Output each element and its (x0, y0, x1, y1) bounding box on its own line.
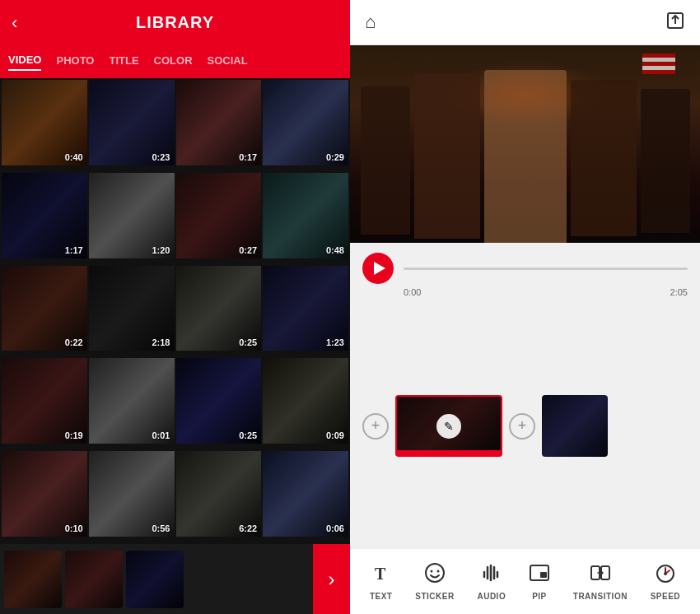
sticker-icon (424, 562, 446, 588)
video-duration-6: 1:20 (152, 245, 170, 255)
video-duration-20: 0:06 (326, 523, 344, 533)
pip-label: PIP (532, 592, 547, 601)
bottom-strip: › (0, 544, 350, 614)
video-thumb-9[interactable]: 0:22 (2, 266, 87, 351)
tool-speed[interactable]: SPEED (651, 562, 680, 601)
tool-audio[interactable]: AUDIO (477, 562, 506, 601)
time-end: 2:05 (670, 287, 688, 297)
tab-title[interactable]: TITLE (109, 54, 138, 70)
video-duration-4: 0:29 (326, 152, 344, 162)
edit-icon: ✎ (444, 420, 454, 433)
video-thumb-13[interactable]: 0:19 (2, 358, 87, 444)
library-title: LIBRARY (136, 13, 214, 32)
video-duration-1: 0:40 (65, 152, 83, 162)
video-duration-19: 6:22 (239, 523, 257, 533)
video-duration-8: 0:48 (326, 245, 344, 255)
video-thumb-6[interactable]: 1:20 (89, 173, 175, 258)
video-duration-17: 0:10 (65, 523, 83, 533)
audio-icon (481, 562, 502, 588)
library-header: ‹ LIBRARY (0, 0, 350, 45)
strip-thumb-3[interactable] (126, 551, 184, 608)
editor-header: ⌂ (350, 0, 700, 45)
progress-bar[interactable] (404, 267, 688, 270)
video-thumb-20[interactable]: 0:06 (263, 451, 348, 537)
video-duration-2: 0:23 (152, 152, 170, 162)
strip-thumb-2[interactable] (65, 551, 123, 608)
video-duration-11: 0:25 (239, 337, 257, 347)
sticker-label: STICKER (415, 592, 454, 601)
video-thumb-2[interactable]: 0:23 (89, 80, 175, 165)
speed-icon (655, 562, 676, 588)
video-thumb-19[interactable]: 6:22 (176, 451, 262, 537)
transition-label: TRANSITION (573, 592, 628, 601)
clip-2[interactable] (542, 395, 608, 457)
video-thumb-5[interactable]: 1:17 (2, 173, 87, 258)
video-thumb-11[interactable]: 0:25 (176, 266, 262, 351)
tab-video[interactable]: VIDEO (8, 53, 41, 71)
svg-rect-12 (540, 572, 547, 578)
video-duration-16: 0:09 (326, 430, 344, 440)
video-duration-5: 1:17 (65, 245, 83, 255)
video-thumb-15[interactable]: 0:25 (176, 358, 262, 444)
tab-social[interactable]: SOCIAL (208, 54, 248, 70)
time-start: 0:00 (404, 287, 421, 297)
tab-photo[interactable]: PHOTO (56, 54, 94, 70)
video-thumb-1[interactable]: 0:40 (2, 80, 87, 165)
strip-thumb-1[interactable] (4, 551, 62, 608)
tool-sticker[interactable]: STICKER (415, 562, 454, 601)
timeline-area: + ✎ + (350, 304, 700, 548)
transition-icon (590, 562, 611, 588)
video-thumb-17[interactable]: 0:10 (2, 451, 87, 537)
speed-label: SPEED (651, 592, 680, 601)
text-label: TEXT (370, 592, 393, 601)
export-icon[interactable] (665, 11, 685, 35)
video-duration-10: 2:18 (152, 337, 170, 347)
svg-point-4 (430, 570, 432, 573)
video-duration-18: 0:56 (152, 523, 170, 533)
video-thumb-7[interactable]: 0:27 (176, 173, 262, 258)
video-grid: 0:400:230:170:291:171:200:270:480:222:18… (0, 78, 350, 544)
video-thumb-3[interactable]: 0:17 (176, 80, 262, 165)
library-tabs: VIDEOPHOTOTITLECOLORSOCIAL (0, 45, 350, 78)
clip-selected-indicator (397, 450, 501, 455)
editor-panel: ⌂ (350, 0, 700, 614)
video-thumb-10[interactable]: 2:18 (89, 266, 175, 351)
add-clip-right[interactable]: + (509, 413, 535, 440)
tool-text[interactable]: TTEXT (370, 562, 393, 601)
video-duration-12: 1:23 (326, 337, 344, 347)
back-button[interactable]: ‹ (12, 12, 17, 34)
clip-1[interactable]: ✎ (395, 395, 502, 457)
svg-point-16 (664, 572, 667, 575)
add-clip-left[interactable]: + (362, 413, 389, 440)
svg-point-5 (436, 570, 439, 573)
home-icon[interactable]: ⌂ (365, 12, 376, 33)
video-thumb-14[interactable]: 0:01 (89, 358, 175, 444)
video-duration-3: 0:17 (239, 152, 257, 162)
tool-pip[interactable]: PIP (529, 562, 550, 601)
pip-icon (529, 562, 550, 588)
video-thumb-18[interactable]: 0:56 (89, 451, 175, 537)
text-icon: T (371, 562, 392, 588)
video-duration-13: 0:19 (65, 430, 83, 440)
video-duration-7: 0:27 (239, 245, 257, 255)
bottom-toolbar: TTEXTSTICKERAUDIOPIPTRANSITIONSPEED (350, 548, 700, 614)
video-duration-15: 0:25 (239, 430, 257, 440)
svg-point-3 (426, 564, 444, 582)
next-button[interactable]: › (313, 544, 350, 614)
tool-transition[interactable]: TRANSITION (573, 562, 628, 601)
library-panel: ‹ LIBRARY VIDEOPHOTOTITLECOLORSOCIAL 0:4… (0, 0, 350, 614)
play-button[interactable] (362, 253, 394, 284)
video-thumb-4[interactable]: 0:29 (263, 80, 348, 165)
video-thumb-16[interactable]: 0:09 (263, 358, 348, 444)
tab-color[interactable]: COLOR (154, 54, 193, 70)
playback-area: 0:00 2:05 (350, 243, 700, 304)
svg-text:T: T (375, 565, 386, 583)
video-thumb-12[interactable]: 1:23 (263, 266, 348, 351)
video-thumb-8[interactable]: 0:48 (263, 173, 348, 258)
video-preview (350, 45, 700, 243)
video-duration-14: 0:01 (152, 430, 170, 440)
audio-label: AUDIO (477, 592, 506, 601)
video-duration-9: 0:22 (65, 337, 83, 347)
